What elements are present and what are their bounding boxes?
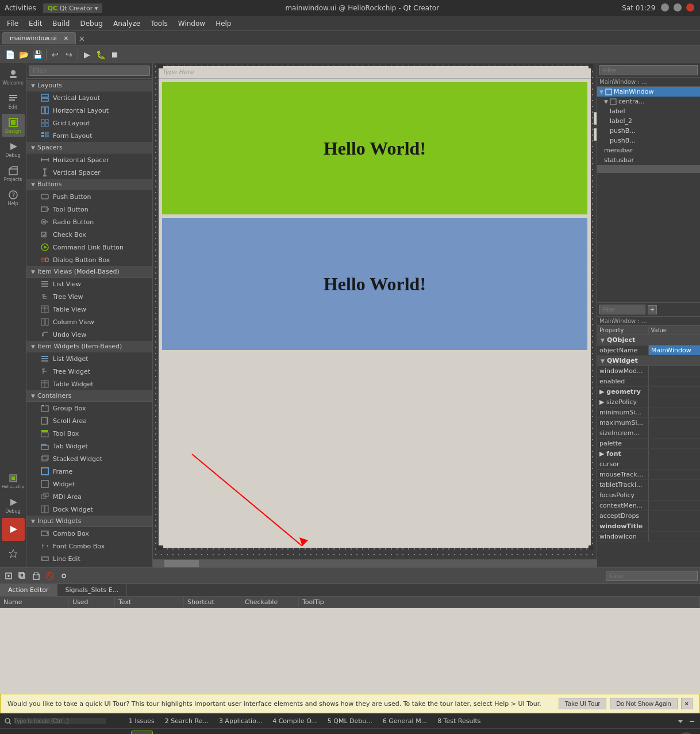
category-item-widgets[interactable]: ▼ Item Widgets (Item-Based) bbox=[26, 341, 152, 352]
menu-edit[interactable]: Edit bbox=[24, 18, 47, 29]
widget-tool-box[interactable]: Tool Box bbox=[26, 427, 152, 440]
widget-dialog-button-box[interactable]: Dialog Button Box bbox=[26, 253, 152, 266]
blue-widget[interactable]: Hello World! bbox=[162, 218, 587, 350]
tab-mainwindow-ui[interactable]: mainwindow.ui × bbox=[2, 32, 76, 44]
widget-vertical-layout[interactable]: Vertical Layout bbox=[26, 91, 152, 104]
widget-dock-widget[interactable]: Dock Widget bbox=[26, 503, 152, 516]
sidebar-run-btn[interactable] bbox=[2, 518, 25, 541]
sidebar-icon-debug2[interactable]: Debug bbox=[2, 494, 25, 517]
widget-radio-button[interactable]: Radio Button bbox=[26, 216, 152, 228]
maximize-btn[interactable] bbox=[674, 3, 682, 11]
object-filter-input[interactable] bbox=[599, 65, 698, 75]
menu-build[interactable]: Build bbox=[48, 18, 74, 29]
widget-column-view[interactable]: Column View bbox=[26, 316, 152, 328]
taskbar-terminal[interactable]: >_ bbox=[156, 731, 178, 735]
category-item-views[interactable]: ▼ Item Views (Model-Based) bbox=[26, 266, 152, 278]
taskbar-vscode[interactable] bbox=[55, 731, 77, 735]
obj-statusbar[interactable]: statusbar bbox=[597, 155, 700, 165]
status-tab-general[interactable]: 6 General M... bbox=[378, 716, 432, 726]
toolbar-redo[interactable]: ↪ bbox=[63, 48, 75, 61]
activities-label[interactable]: Activities bbox=[5, 4, 36, 12]
tab-close-all-icon[interactable]: × bbox=[78, 34, 85, 43]
widget-horizontal-spacer[interactable]: Horizontal Spacer bbox=[26, 153, 152, 166]
widget-mdi-area[interactable]: MDI Area bbox=[26, 490, 152, 503]
widget-table-view[interactable]: Table View bbox=[26, 303, 152, 316]
handle-tr[interactable] bbox=[589, 64, 593, 68]
menu-help[interactable]: Help bbox=[211, 18, 236, 29]
widget-combo-box[interactable]: Combo Box bbox=[26, 527, 152, 540]
toolbar-new[interactable]: 📄 bbox=[3, 48, 16, 61]
toolbar-undo[interactable]: ↩ bbox=[49, 48, 61, 61]
widget-command-link-button[interactable]: Command Link Button bbox=[26, 241, 152, 253]
widget-line-edit[interactable]: Line Edit bbox=[26, 552, 152, 565]
sidebar-icon-welcome[interactable]: Welcome bbox=[2, 66, 25, 89]
toolbar-stop[interactable]: ⏹ bbox=[108, 48, 121, 61]
canvas-content[interactable]: Type Here Hello World! rawIm... dealIm..… bbox=[153, 63, 597, 559]
taskbar-chrome[interactable] bbox=[106, 731, 128, 735]
green-widget[interactable]: Hello World! bbox=[162, 82, 587, 214]
taskbar-settings[interactable] bbox=[80, 731, 102, 735]
obj-label2[interactable]: label_2 bbox=[597, 116, 700, 126]
obj-mainwindow[interactable]: ▼ MainWindow bbox=[597, 87, 700, 97]
widget-undo-view[interactable]: Undo View bbox=[26, 328, 152, 341]
handle-bc[interactable] bbox=[159, 545, 163, 550]
action-settings-btn[interactable] bbox=[57, 570, 70, 582]
status-tab-search[interactable]: 2 Search Re... bbox=[160, 716, 213, 726]
widget-tree-widget[interactable]: Tree Widget bbox=[26, 365, 152, 378]
category-input-widgets[interactable]: ▼ Input Widgets bbox=[26, 516, 152, 527]
widget-push-button[interactable]: Push Button bbox=[26, 190, 152, 203]
widget-grid-layout[interactable]: Grid Layout bbox=[26, 117, 152, 129]
tab-action-editor[interactable]: Action Editor bbox=[0, 584, 57, 596]
widget-list-widget[interactable]: List Widget bbox=[26, 352, 152, 365]
status-tab-issues[interactable]: 1 Issues bbox=[124, 716, 159, 726]
action-new-btn[interactable] bbox=[2, 570, 15, 582]
toolbar-debug-run[interactable]: 🐛 bbox=[94, 48, 107, 61]
status-minimize-icon[interactable] bbox=[689, 718, 695, 725]
category-buttons[interactable]: ▼ Buttons bbox=[26, 179, 152, 190]
status-tab-qml[interactable]: 5 QML Debu... bbox=[323, 716, 377, 726]
sidebar-icon-hellochip[interactable]: Hello...chip bbox=[2, 470, 25, 493]
sidebar-icon-design[interactable]: Design bbox=[2, 114, 25, 137]
obj-centralwidget[interactable]: ▼ centra... bbox=[597, 97, 700, 106]
dismiss-tour-button[interactable]: Do Not Show Again bbox=[610, 698, 677, 709]
status-tab-compile[interactable]: 4 Compile O... bbox=[268, 716, 322, 726]
widget-horizontal-layout[interactable]: Horizontal Layout bbox=[26, 104, 152, 117]
tab-close-icon[interactable]: × bbox=[63, 34, 68, 42]
taskbar-csdn-icon[interactable]: CSDN bbox=[677, 732, 695, 735]
widget-filter-input[interactable] bbox=[29, 66, 150, 76]
taskbar-firefox[interactable] bbox=[5, 731, 26, 735]
minimize-btn[interactable] bbox=[661, 3, 669, 11]
obj-label1[interactable]: label bbox=[597, 106, 700, 116]
status-tab-tests[interactable]: 8 Test Results bbox=[433, 716, 485, 726]
menu-window[interactable]: Window bbox=[174, 18, 210, 29]
widget-frame[interactable]: Frame bbox=[26, 465, 152, 478]
widget-scroll-area[interactable]: Scroll Area bbox=[26, 414, 152, 427]
sidebar-icon-debug[interactable]: Debug bbox=[2, 138, 25, 161]
obj-pushbutton1[interactable]: pushB... bbox=[597, 126, 700, 136]
props-filter-input[interactable] bbox=[599, 305, 645, 314]
object-tree-scrollbar[interactable] bbox=[597, 165, 700, 173]
sidebar-icon-build2[interactable] bbox=[2, 542, 25, 565]
menu-tools[interactable]: Tools bbox=[146, 18, 172, 29]
props-add-btn[interactable]: + bbox=[648, 305, 657, 314]
canvas-hscrollbar[interactable] bbox=[153, 559, 597, 567]
close-btn[interactable] bbox=[686, 3, 694, 11]
handle-tc[interactable] bbox=[159, 64, 163, 68]
take-tour-button[interactable]: Take UI Tour bbox=[559, 698, 607, 709]
widget-check-box[interactable]: Check Box bbox=[26, 228, 152, 241]
toolbar-save[interactable]: 💾 bbox=[31, 48, 44, 61]
widget-form-layout[interactable]: Form Layout bbox=[26, 129, 152, 142]
menu-file[interactable]: File bbox=[2, 18, 23, 29]
taskbar-qtcreator[interactable]: QC bbox=[131, 731, 153, 735]
obj-pushbutton2[interactable]: pushB... bbox=[597, 136, 700, 145]
type-here-label[interactable]: Type Here bbox=[162, 68, 194, 76]
widget-table-widget[interactable]: Table Widget bbox=[26, 378, 152, 390]
menu-analyze[interactable]: Analyze bbox=[109, 18, 145, 29]
obj-menubar[interactable]: menubar bbox=[597, 145, 700, 155]
menu-debug[interactable]: Debug bbox=[75, 18, 107, 29]
widget-stacked-widget[interactable]: Stacked Widget bbox=[26, 452, 152, 465]
toolbar-build[interactable]: ▶ bbox=[80, 48, 93, 61]
action-filter-input[interactable] bbox=[606, 571, 698, 581]
widget-font-combo-box[interactable]: F Font Combo Box bbox=[26, 540, 152, 552]
status-tab-application[interactable]: 3 Applicatio... bbox=[214, 716, 267, 726]
